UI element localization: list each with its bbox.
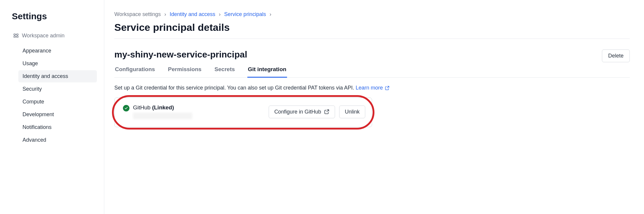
git-description-text: Set up a Git credential for this service… xyxy=(114,85,355,91)
breadcrumb: Workspace settings › Identity and access… xyxy=(114,11,630,17)
main-content: Workspace settings › Identity and access… xyxy=(104,0,644,214)
svg-rect-3 xyxy=(17,36,18,37)
sidebar-item-compute[interactable]: Compute xyxy=(18,96,97,108)
page-title: Service principal details xyxy=(114,22,630,33)
external-link-icon xyxy=(324,109,329,114)
tab-permissions[interactable]: Permissions xyxy=(167,63,202,78)
chevron-right-icon: › xyxy=(164,11,166,17)
breadcrumb-workspace-settings: Workspace settings xyxy=(114,11,161,17)
delete-button[interactable]: Delete xyxy=(602,49,630,62)
sidebar-section-label: Workspace admin xyxy=(22,33,65,39)
chevron-right-icon: › xyxy=(219,11,221,17)
svg-rect-0 xyxy=(14,34,16,35)
svg-rect-1 xyxy=(17,34,18,35)
external-link-icon xyxy=(385,86,390,90)
learn-more-label: Learn more xyxy=(355,85,383,91)
breadcrumb-identity-and-access[interactable]: Identity and access xyxy=(170,11,215,17)
learn-more-link[interactable]: Learn more xyxy=(355,85,389,91)
git-provider-card: GitHub (Linked) Configure in GitHub Unli… xyxy=(114,98,372,127)
settings-sidebar: Settings Workspace admin Appearance Usag… xyxy=(0,0,104,214)
sidebar-item-usage[interactable]: Usage xyxy=(18,58,97,70)
unlink-button[interactable]: Unlink xyxy=(339,106,365,118)
sidebar-title: Settings xyxy=(12,11,97,21)
sidebar-item-list: Appearance Usage Identity and access Sec… xyxy=(12,45,97,146)
sidebar-item-notifications[interactable]: Notifications xyxy=(18,121,97,133)
sidebar-item-security[interactable]: Security xyxy=(18,83,97,95)
tab-configurations[interactable]: Configurations xyxy=(114,63,156,78)
divider xyxy=(114,39,630,39)
sidebar-item-identity-and-access[interactable]: Identity and access xyxy=(18,70,97,82)
chevron-right-icon: › xyxy=(270,11,271,17)
tab-bar: Configurations Permissions Secrets Git i… xyxy=(114,63,630,78)
check-circle-icon xyxy=(123,105,129,111)
tab-secrets[interactable]: Secrets xyxy=(214,63,236,78)
workspace-admin-icon xyxy=(13,33,19,39)
git-provider-status: (Linked) xyxy=(152,104,174,111)
sidebar-section-workspace-admin[interactable]: Workspace admin xyxy=(12,31,97,41)
breadcrumb-service-principals[interactable]: Service principals xyxy=(224,11,266,17)
configure-in-github-button[interactable]: Configure in GitHub xyxy=(269,106,335,118)
configure-label: Configure in GitHub xyxy=(274,109,321,115)
sidebar-item-advanced[interactable]: Advanced xyxy=(18,134,97,146)
service-principal-name: my-shiny-new-service-principal xyxy=(114,49,247,60)
git-provider-detail-redacted xyxy=(133,113,192,119)
sidebar-item-development[interactable]: Development xyxy=(18,108,97,121)
tab-git-integration[interactable]: Git integration xyxy=(247,63,287,78)
git-provider-line: GitHub (Linked) xyxy=(133,104,192,111)
git-description: Set up a Git credential for this service… xyxy=(114,85,630,91)
git-provider-name: GitHub xyxy=(133,104,150,111)
sidebar-item-appearance[interactable]: Appearance xyxy=(18,45,97,57)
svg-rect-2 xyxy=(14,36,16,37)
